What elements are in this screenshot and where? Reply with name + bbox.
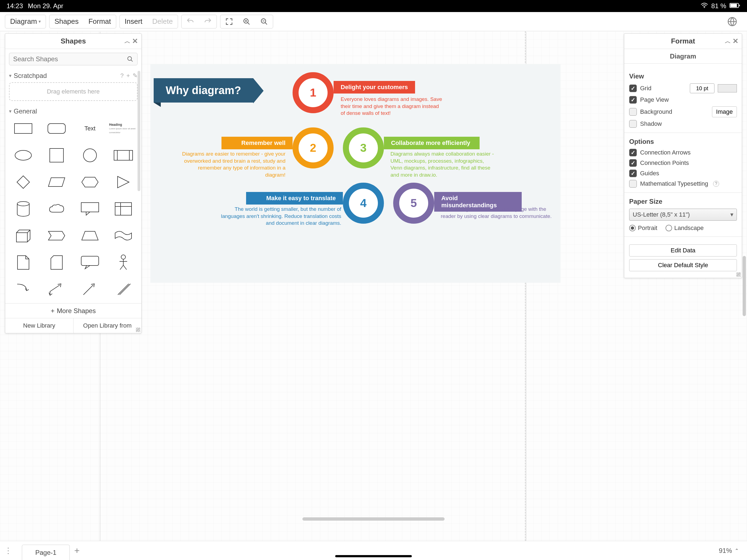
redo-button[interactable] — [199, 15, 216, 28]
resize-grip[interactable] — [736, 272, 741, 277]
shape-ellipse[interactable] — [9, 145, 37, 166]
shape-arrow-bidir[interactable] — [42, 279, 71, 299]
desc-4[interactable]: The world is getting smaller, but the nu… — [218, 206, 341, 227]
collapse-icon[interactable]: ︿ — [124, 37, 130, 45]
page-tab[interactable]: Page-1 — [22, 545, 70, 560]
grid-size-input[interactable] — [690, 83, 715, 93]
shapes-button[interactable]: Shapes — [50, 15, 83, 28]
conn-arrows-checkbox[interactable] — [629, 149, 637, 156]
page-menu-button[interactable]: ⋮ — [0, 546, 17, 555]
shape-process[interactable] — [109, 145, 137, 166]
desc-2[interactable]: Diagrams are easier to remember - give y… — [182, 150, 285, 179]
guides-checkbox[interactable] — [629, 170, 637, 177]
general-header[interactable]: ▾General — [9, 107, 137, 115]
collapse-icon[interactable]: ︿ — [725, 37, 731, 45]
shape-actor[interactable] — [109, 252, 137, 273]
chevron-up-icon[interactable]: ⌃ — [735, 548, 739, 554]
tag-2[interactable]: Remember well — [222, 137, 292, 149]
desc-1[interactable]: Everyone loves diagrams and images. Save… — [341, 96, 445, 117]
shape-trapezoid[interactable] — [76, 226, 104, 246]
grid-checkbox[interactable] — [629, 84, 637, 92]
panel-scrollbar[interactable] — [137, 71, 140, 191]
edit-icon[interactable]: ✎ — [133, 72, 137, 79]
math-checkbox[interactable] — [629, 180, 637, 187]
insert-button[interactable]: Insert — [120, 15, 147, 28]
ring-2[interactable]: 2 — [292, 127, 334, 169]
shape-arrow[interactable] — [76, 279, 104, 299]
format-button[interactable]: Format — [83, 15, 115, 28]
shadow-checkbox[interactable] — [629, 120, 637, 128]
close-icon[interactable]: ✕ — [132, 37, 138, 45]
clear-style-button[interactable]: Clear Default Style — [629, 259, 737, 271]
fullscreen-button[interactable] — [221, 15, 238, 28]
tag-3[interactable]: Collaborate more efficiently — [384, 137, 480, 149]
tag-4[interactable]: Make it easy to translate — [246, 192, 343, 205]
image-button[interactable]: Image — [712, 106, 737, 117]
shape-tape[interactable] — [109, 226, 137, 246]
help-icon[interactable]: ? — [713, 181, 719, 187]
shape-cube[interactable] — [9, 226, 37, 246]
diagram-menu[interactable]: Diagram ▾ — [5, 15, 46, 28]
shape-note[interactable] — [9, 252, 37, 273]
delete-button[interactable]: Delete — [147, 15, 178, 28]
shape-curve[interactable] — [9, 279, 37, 299]
shape-rectangle[interactable] — [9, 119, 37, 138]
shape-link[interactable] — [109, 279, 137, 299]
shape-table[interactable] — [109, 199, 137, 219]
diagram-content[interactable]: Why diagram? 1 2 3 4 5 Delight your cust… — [150, 64, 561, 283]
shape-hexagon[interactable] — [76, 172, 104, 192]
shape-diamond[interactable] — [9, 172, 37, 192]
canvas-area[interactable]: Why diagram? 1 2 3 4 5 Delight your cust… — [0, 31, 747, 541]
landscape-radio[interactable] — [666, 225, 672, 231]
new-library-button[interactable]: New Library — [5, 318, 74, 333]
shape-card[interactable] — [42, 252, 71, 273]
shape-parallelogram[interactable] — [42, 172, 71, 192]
ring-3[interactable]: 3 — [343, 127, 384, 169]
pageview-checkbox[interactable] — [629, 96, 637, 104]
ring-4[interactable]: 4 — [343, 183, 384, 224]
search-shapes[interactable] — [9, 53, 137, 65]
background-checkbox[interactable] — [629, 108, 637, 116]
zoom-in-button[interactable] — [238, 15, 255, 28]
scratchpad-dropzone[interactable]: Drag elements here — [9, 82, 137, 101]
shape-cloud[interactable] — [42, 199, 71, 219]
shape-circle[interactable] — [76, 145, 104, 166]
resize-grip[interactable] — [136, 328, 140, 332]
shape-callout2[interactable] — [76, 252, 104, 273]
tag-1[interactable]: Delight your customers — [334, 81, 415, 94]
zoom-level[interactable]: 91% — [719, 547, 732, 555]
help-icon[interactable]: ? — [120, 72, 124, 79]
shape-triangle[interactable] — [109, 172, 137, 192]
horizontal-scrollbar[interactable] — [302, 517, 445, 520]
plus-icon[interactable]: + — [126, 72, 130, 79]
shape-square[interactable] — [42, 145, 71, 166]
shape-step[interactable] — [42, 226, 71, 246]
grid-color-swatch[interactable] — [718, 84, 737, 93]
conn-points-checkbox[interactable] — [629, 159, 637, 167]
undo-button[interactable] — [182, 15, 199, 28]
open-library-button[interactable]: Open Library from — [74, 318, 141, 333]
close-icon[interactable]: ✕ — [732, 37, 739, 45]
language-button[interactable] — [722, 14, 742, 29]
ring-1[interactable]: 1 — [292, 72, 334, 113]
portrait-radio[interactable] — [629, 225, 636, 231]
shape-callout[interactable] — [76, 199, 104, 219]
format-tab-diagram[interactable]: Diagram — [624, 49, 742, 64]
shape-text[interactable]: Text — [76, 119, 104, 138]
edit-data-button[interactable]: Edit Data — [629, 245, 737, 256]
shape-heading[interactable]: HeadingLorem ipsum dolor sit amet consec… — [109, 119, 137, 138]
zoom-out-button[interactable] — [255, 15, 273, 28]
shape-rounded-rect[interactable] — [42, 119, 71, 138]
search-input[interactable] — [13, 55, 127, 63]
scratchpad-header[interactable]: ▾Scratchpad ?+✎ — [9, 72, 137, 80]
vertical-scrollbar[interactable] — [743, 256, 746, 316]
ring-5[interactable]: 5 — [393, 183, 434, 224]
shape-cylinder[interactable] — [9, 199, 37, 219]
add-page-button[interactable]: + — [74, 545, 80, 556]
more-shapes-button[interactable]: +More Shapes — [5, 303, 141, 318]
status-time: 14:23 — [6, 2, 23, 10]
desc-5[interactable]: Make sure you are on the same page with … — [441, 206, 556, 220]
desc-3[interactable]: Diagrams always make collaboration easie… — [390, 150, 494, 179]
banner[interactable]: Why diagram? — [154, 78, 253, 103]
paper-size-select[interactable]: US-Letter (8,5" x 11")▾ — [629, 209, 737, 221]
